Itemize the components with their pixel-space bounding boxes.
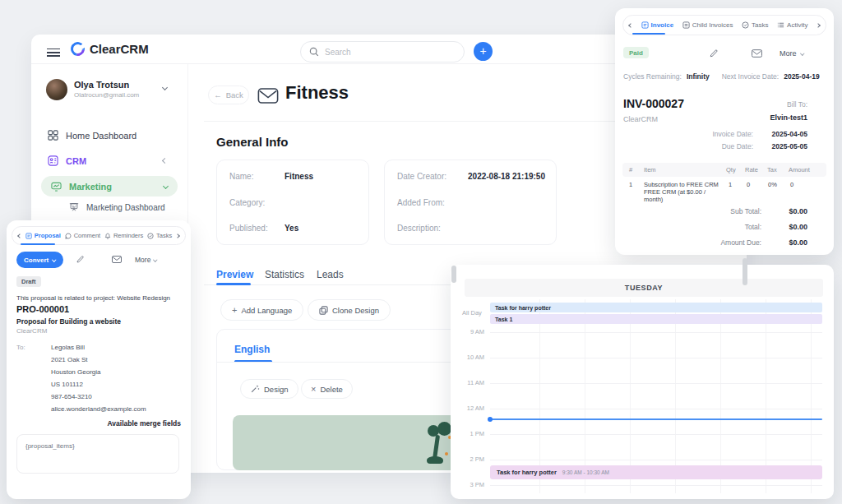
menu-icon[interactable] xyxy=(47,46,60,59)
cell-item: Subscription to FREE CRM xyxy=(644,181,723,188)
tab-preview[interactable]: Preview xyxy=(216,269,253,280)
invoice-meta: Cycles Remaining: Infinity Next Invoice … xyxy=(623,72,826,81)
all-day-event[interactable]: Task for harry potter xyxy=(490,303,822,312)
info-label: Published: xyxy=(229,224,268,233)
hour-line xyxy=(490,358,822,358)
section-title: General Info xyxy=(216,135,289,149)
tab-invoice[interactable]: Invoice xyxy=(641,21,674,29)
timed-event[interactable]: Task for harry potter 9:30 AM - 10:30 AM xyxy=(490,465,822,479)
crm-icon xyxy=(48,155,58,166)
delete-button[interactable]: × Delete xyxy=(301,379,353,399)
bell-icon xyxy=(104,233,111,239)
proposal-title: Proposal for Building a website xyxy=(16,317,121,326)
mail-icon[interactable] xyxy=(112,256,122,263)
scrollbar-thumb[interactable] xyxy=(451,266,456,283)
current-time-line xyxy=(490,418,822,420)
tab-activity[interactable]: Activity xyxy=(777,21,807,29)
hour-line xyxy=(490,460,822,460)
merge-field-box[interactable]: {proposal_items} xyxy=(16,434,179,474)
chevron-right-icon[interactable] xyxy=(816,23,821,28)
status-badge: Draft xyxy=(16,276,41,287)
chevron-right-icon[interactable] xyxy=(175,234,180,238)
info-value: 2022-08-18 21:19:50 xyxy=(468,172,545,181)
info-label: Description: xyxy=(397,224,441,233)
cell-item-sub: FREE CRM (at $0.00 / month) xyxy=(644,188,726,203)
grid-icon xyxy=(48,130,58,141)
col-header: Rate xyxy=(745,163,758,177)
tab-comment[interactable]: Comment xyxy=(65,232,101,239)
tab-leads[interactable]: Leads xyxy=(317,269,344,280)
time-label: 11 AM xyxy=(458,379,484,386)
tab-statistics[interactable]: Statistics xyxy=(265,269,304,280)
activity-icon xyxy=(777,21,784,29)
gridline xyxy=(585,299,585,493)
design-button[interactable]: Design xyxy=(240,379,298,399)
chevron-down-icon xyxy=(800,52,804,56)
gridline xyxy=(766,299,766,493)
to-line: Houston Georgia xyxy=(51,368,100,376)
tasks-icon xyxy=(742,21,749,29)
user-menu[interactable]: Olya Trotsun Olatrocun@gmail.com xyxy=(46,78,174,103)
chevron-down-icon xyxy=(163,183,169,189)
clone-design-button[interactable]: Clone Design xyxy=(308,299,391,321)
app-logo[interactable]: ClearCRM xyxy=(71,42,149,56)
sidebar-item-crm[interactable]: CRM xyxy=(48,155,167,166)
total-value: $0.00 xyxy=(770,207,807,215)
total-label: Total: xyxy=(745,223,761,231)
to-line: US 101112 xyxy=(51,381,83,388)
cell-rate: 0 xyxy=(747,181,750,188)
marketing-icon xyxy=(51,181,62,192)
tab-proposal-underline xyxy=(21,243,55,245)
close-icon: × xyxy=(311,384,316,394)
comment-icon xyxy=(65,233,72,239)
event-time: 9:30 AM - 10:30 AM xyxy=(562,469,609,475)
day-header: TUESDAY xyxy=(465,279,823,297)
user-email: Olatrocun@gmail.com xyxy=(74,91,139,99)
time-label: 10 AM xyxy=(458,354,484,361)
app-name: ClearCRM xyxy=(90,42,149,56)
chevron-left-icon[interactable] xyxy=(628,23,633,28)
tab-child-invoices[interactable]: Child Invoices xyxy=(682,21,733,29)
sidebar-item-label: Marketing xyxy=(69,182,112,192)
sidebar-item-marketing[interactable]: Marketing xyxy=(41,176,178,197)
total-label: Amount Due: xyxy=(720,238,761,247)
gridline xyxy=(675,299,676,493)
sidebar-item-home-dashboard[interactable]: Home Dashboard xyxy=(48,130,136,141)
current-time-dot xyxy=(488,417,493,422)
cell-qty: 1 xyxy=(729,181,732,188)
wand-icon xyxy=(250,384,260,394)
hour-line xyxy=(490,485,822,486)
tab-english[interactable]: English xyxy=(234,344,270,355)
sidebar-item-marketing-dashboard[interactable]: Marketing Dashboard xyxy=(69,202,165,212)
search-bar[interactable] xyxy=(300,41,465,62)
total-value: $0.00 xyxy=(770,223,807,231)
sidebar-item-label: Home Dashboard xyxy=(66,131,136,141)
more-button[interactable]: More xyxy=(135,256,157,264)
search-input[interactable] xyxy=(325,48,448,57)
chevron-left-icon xyxy=(162,158,168,164)
pencil-icon[interactable] xyxy=(709,49,719,58)
add-button[interactable]: + xyxy=(474,42,493,61)
tab-tasks[interactable]: Tasks xyxy=(742,21,768,29)
scrollbar-thumb[interactable] xyxy=(743,258,747,285)
tab-proposal[interactable]: Proposal xyxy=(25,232,61,239)
event-title: Task 1 xyxy=(495,317,512,322)
merge-fields-label[interactable]: Available merge fields xyxy=(16,419,181,428)
chevron-left-icon[interactable] xyxy=(17,234,22,238)
add-language-button[interactable]: + Add Language xyxy=(220,299,303,321)
tab-tasks[interactable]: Tasks xyxy=(147,232,172,239)
add-language-label: Add Language xyxy=(241,306,292,315)
user-name: Olya Trotsun xyxy=(74,80,129,90)
to-line: alice.wonderland@example.com xyxy=(51,405,146,413)
clone-design-label: Clone Design xyxy=(332,306,379,315)
tab-reminders[interactable]: Reminders xyxy=(104,232,143,239)
mail-icon[interactable] xyxy=(752,49,762,58)
all-day-event[interactable]: Task 1 xyxy=(490,314,822,324)
proposal-tabs-bar: Proposal Comment Reminders Tasks xyxy=(12,226,186,245)
logo-icon xyxy=(68,39,88,59)
more-button[interactable]: More xyxy=(780,49,803,58)
pencil-icon[interactable] xyxy=(76,255,85,264)
back-button[interactable]: ← Back xyxy=(208,86,249,104)
tab-preview-underline xyxy=(216,283,251,285)
convert-button[interactable]: Convert xyxy=(16,252,63,268)
